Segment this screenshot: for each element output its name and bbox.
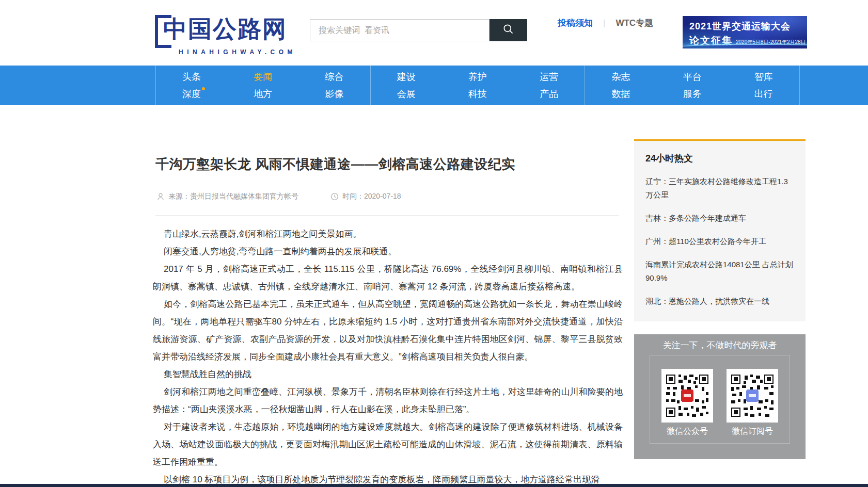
nav-item-zhiku[interactable]: 智库 (754, 72, 773, 82)
nav-item-fuwu[interactable]: 服务 (683, 89, 702, 99)
wechat-follow-panel: 关注一下，不做时代的旁观者 (634, 334, 806, 459)
main-navigation: 头条 深度 要闻 地方 综合 影像 建设 会展 养护 科技 运营 产品 (0, 66, 868, 105)
article-paragraph: 青山绿水,云蒸霞蔚,剑河和榕江两地之间美景如画。 (153, 225, 623, 243)
page: 中国公路网 HINAHIGHWAY.COM 投稿须知 | WTC专题 2021世… (0, 0, 868, 487)
clock-icon (330, 192, 339, 201)
banner-title: 2021世界交通运输大会 (689, 20, 807, 33)
nav-item-zazhi[interactable]: 杂志 (611, 72, 630, 82)
wechat-subscription-label: 微信订阅号 (727, 426, 778, 437)
follow-panel-title: 关注一下，不做时代的旁观者 (634, 339, 806, 351)
site-logo[interactable]: 中国公路网 HINAHIGHWAY.COM (155, 13, 296, 56)
footer-top-strip (0, 484, 868, 487)
nav-item-jianshe[interactable]: 建设 (397, 72, 416, 82)
hot-articles-title: 24小时热文 (645, 152, 794, 165)
nav-item-yingxiang[interactable]: 影像 (325, 89, 344, 99)
search-button[interactable] (490, 19, 527, 41)
hot-articles-panel: 24小时热文 辽宁：三年实施农村公路维修改造工程1.3万公里 吉林：多条公路今年… (634, 139, 806, 321)
nav-column-jianshe: 建设 会展 (371, 66, 442, 105)
nav-column-zonghe: 综合 影像 (298, 66, 370, 105)
nav-item-zonghe[interactable]: 综合 (325, 72, 344, 82)
article-meta: 来源：贵州日报当代融媒体集团官方帐号 时间：2020-07-18 (156, 192, 401, 201)
nav-column-toutiao: 头条 深度 (156, 66, 227, 105)
article-time-text: 时间：2020-07-18 (342, 192, 401, 201)
search-input[interactable] (310, 20, 489, 41)
article-paragraph: 对于建设者来说，生态越原始，环境越幽闭的地方建设难度就越大。剑榕高速的建设除了便… (153, 418, 623, 471)
link-submission-notice[interactable]: 投稿须知 (558, 17, 593, 29)
hot-article-link[interactable]: 吉林：多条公路今年建成通车 (645, 212, 794, 225)
nav-column-yanghu: 养护 科技 (442, 66, 513, 105)
hot-article-link[interactable]: 海南累计完成农村公路14081公里 占总计划90.9% (645, 258, 794, 285)
hot-article-link[interactable]: 湖北：恩施公路人，抗洪救灾在一线 (645, 295, 794, 308)
nav-item-difang[interactable]: 地方 (254, 89, 272, 99)
logo-title: 中国公路网 (163, 13, 287, 44)
article-body: 青山绿水,云蒸霞蔚,剑河和榕江两地之间美景如画。 闭塞交通,人穷地贫,弯弯山路一… (153, 225, 623, 487)
wechat-public-qr-code (661, 369, 713, 423)
hot-article-link[interactable]: 辽宁：三年实施农村公路维修改造工程1.3万公里 (645, 175, 794, 202)
header: 中国公路网 HINAHIGHWAY.COM 投稿须知 | WTC专题 2021世… (0, 0, 868, 66)
wechat-subscription-qr-code (727, 369, 778, 423)
nav-item-keji[interactable]: 科技 (468, 89, 487, 99)
conference-banner-ad[interactable]: 2021世界交通运输大会 论文征集 2020年5月8日-2021年2月28日 (683, 16, 807, 48)
nav-column-zhiku: 智库 出行 (728, 66, 800, 105)
person-icon (156, 192, 165, 201)
banner-swoosh-decoration (683, 44, 807, 48)
nav-column-yaowen: 要闻 地方 (227, 66, 298, 105)
header-links: 投稿须知 | WTC专题 (558, 17, 653, 29)
nav-column-pingtai: 平台 服务 (657, 66, 728, 105)
article-source-text: 来源：贵州日报当代融媒体集团官方帐号 (168, 192, 298, 201)
search-icon (502, 23, 515, 38)
article-title: 千沟万壑架长龙 风雨不惧建通途——剑榕高速公路建设纪实 (155, 155, 515, 173)
nav-item-toutiao[interactable]: 头条 (182, 72, 201, 82)
article-paragraph: 2017 年 5 月，剑榕高速正式动工，全长 115.115 公里，桥隧比高达 … (153, 261, 623, 296)
article-divider (155, 215, 619, 216)
nav-item-pingtai[interactable]: 平台 (683, 72, 702, 82)
new-dot-icon (202, 87, 205, 90)
article-time: 时间：2020-07-18 (330, 192, 401, 201)
search-box (310, 19, 490, 41)
nav-column-yunying: 运营 产品 (513, 66, 585, 105)
nav-item-chuxing[interactable]: 出行 (754, 89, 773, 99)
nav-item-yaowen-active[interactable]: 要闻 (254, 72, 272, 82)
article-paragraph: 剑河和榕江两地之间重峦叠嶂、江河纵横、景象万千，清朝名臣林则徐在行经这片土地，对… (153, 383, 623, 418)
wechat-public-label: 微信公众号 (661, 426, 713, 437)
nav-item-yunying[interactable]: 运营 (540, 72, 558, 82)
article-paragraph: 如今，剑榕高速公路已基本完工，虽未正式通车，但从高空眺望，宽阔通畅的高速公路犹如… (153, 296, 623, 366)
link-wtc-special[interactable]: WTC专题 (616, 17, 653, 29)
nav-item-chanpin[interactable]: 产品 (540, 89, 558, 99)
nav-item-shendu[interactable]: 深度 (182, 89, 201, 99)
nav-item-shuju[interactable]: 数据 (611, 89, 630, 99)
article-paragraph: 集智慧战胜自然的挑战 (153, 366, 623, 383)
hot-article-link[interactable]: 广州：超110公里农村公路今年开工 (645, 235, 794, 248)
nav-item-huizhan[interactable]: 会展 (397, 89, 416, 99)
article-source: 来源：贵州日报当代融媒体集团官方帐号 (156, 192, 298, 201)
nav-item-yanghu[interactable]: 养护 (468, 72, 487, 82)
nav-column-zazhi: 杂志 数据 (585, 66, 656, 105)
links-divider: | (603, 18, 605, 28)
article-paragraph: 闭塞交通,人穷地贫,弯弯山路一直制约着两县的发展和联通。 (153, 243, 623, 261)
logo-subtitle: HINAHIGHWAY.COM (179, 48, 296, 56)
